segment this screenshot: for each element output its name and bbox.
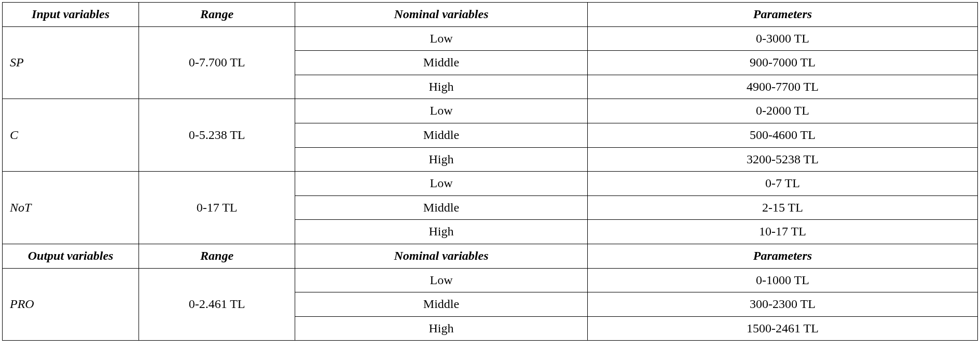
nominal-value: High [295, 220, 587, 244]
variable-range: 0-17 TL [139, 172, 295, 244]
nominal-value: Low [295, 99, 587, 123]
header-range: Range [139, 3, 295, 27]
nominal-value: Middle [295, 51, 587, 75]
parameter-value: 300-2300 TL [587, 292, 977, 317]
nominal-value: High [295, 75, 587, 99]
header-parameters: Parameters [587, 244, 977, 268]
header-input-variables: Input variables [3, 3, 139, 27]
parameter-value: 3200-5238 TL [587, 147, 977, 172]
parameter-value: 4900-7700 TL [587, 75, 977, 99]
variable-name: SP [3, 26, 139, 99]
parameter-value: 0-1000 TL [587, 268, 977, 292]
header-range: Range [139, 244, 295, 268]
table-row: C 0-5.238 TL Low 0-2000 TL [3, 99, 978, 123]
parameter-value: 2-15 TL [587, 195, 977, 220]
parameter-value: 900-7000 TL [587, 51, 977, 75]
variables-table: Input variables Range Nominal variables … [2, 2, 978, 341]
parameter-value: 0-3000 TL [587, 26, 977, 51]
variable-range: 0-5.238 TL [139, 99, 295, 172]
header-nominal-variables: Nominal variables [295, 244, 587, 268]
nominal-value: Middle [295, 123, 587, 147]
variable-name: C [3, 99, 139, 172]
nominal-value: High [295, 316, 587, 341]
table-row: PRO 0-2.461 TL Low 0-1000 TL [3, 268, 978, 292]
nominal-value: Low [295, 26, 587, 51]
table-row: SP 0-7.700 TL Low 0-3000 TL [3, 26, 978, 51]
header-output-variables: Output variables [3, 244, 139, 268]
table-header-row: Input variables Range Nominal variables … [3, 3, 978, 27]
nominal-value: Low [295, 268, 587, 292]
table-row: NoT 0-17 TL Low 0-7 TL [3, 172, 978, 196]
nominal-value: Low [295, 172, 587, 196]
table-header-row: Output variables Range Nominal variables… [3, 244, 978, 268]
nominal-value: Middle [295, 292, 587, 317]
parameter-value: 0-2000 TL [587, 99, 977, 123]
nominal-value: High [295, 147, 587, 172]
nominal-value: Middle [295, 195, 587, 220]
variable-name: PRO [3, 268, 139, 341]
variable-name: NoT [3, 172, 139, 244]
header-parameters: Parameters [587, 3, 977, 27]
header-nominal-variables: Nominal variables [295, 3, 587, 27]
parameter-value: 10-17 TL [587, 220, 977, 244]
parameter-value: 0-7 TL [587, 172, 977, 196]
parameter-value: 500-4600 TL [587, 123, 977, 147]
parameter-value: 1500-2461 TL [587, 316, 977, 341]
variable-range: 0-7.700 TL [139, 26, 295, 99]
variable-range: 0-2.461 TL [139, 268, 295, 341]
